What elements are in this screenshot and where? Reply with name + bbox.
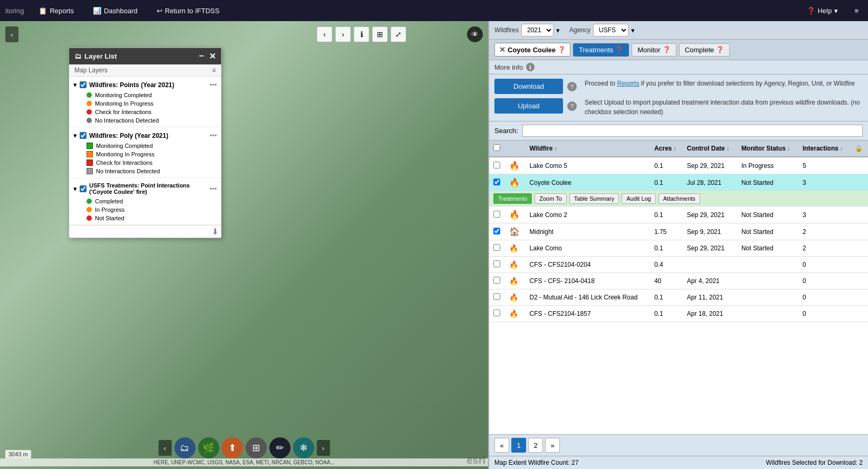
nav-dashboard[interactable]: 📊 Dashboard	[89, 0, 142, 21]
row-wildfire-name: Midnight	[526, 223, 650, 240]
row-checkbox[interactable]	[493, 211, 500, 218]
row-wildfire-name: Lake Como	[526, 240, 650, 257]
page-next-btn[interactable]: »	[545, 438, 560, 453]
row-acres: 0.1	[650, 174, 683, 191]
row-interactions: 0	[798, 273, 851, 289]
download-help-icon[interactable]: ?	[567, 82, 577, 91]
tab-treatments-help-icon[interactable]: ❓	[615, 46, 623, 53]
row-fire-icon: 🔥	[509, 210, 520, 219]
map-bottom-btn-grid[interactable]: ⊞	[245, 437, 266, 458]
map-bottom-btn-layers[interactable]: 🗂	[174, 437, 195, 458]
layer-group-menu-points[interactable]: •••	[209, 81, 217, 89]
row-extra	[851, 289, 868, 306]
layer-panel-minimize-btn[interactable]: −	[199, 51, 204, 61]
layer-group-label-poly: Wildfires: Poly (Year 2021)	[89, 132, 207, 139]
filter-icon: ≡	[212, 67, 216, 74]
map-bottom-btn-upload[interactable]: ⬆	[222, 437, 243, 458]
layer-group-menu-poly[interactable]: •••	[209, 132, 217, 139]
tab-complete-help-icon[interactable]: ❓	[716, 46, 724, 53]
map-info-btn[interactable]: ℹ	[354, 26, 369, 42]
legend-poly-monitoring-progress: Monitoring In Progress	[82, 150, 221, 158]
row-checkbox[interactable]	[493, 277, 500, 284]
map-bottom-arrow-right[interactable]: ›	[317, 440, 330, 456]
legend-no-interactions: No Interactions Detected	[82, 116, 221, 125]
row-fire-icon-cell: 🔥	[505, 257, 526, 273]
legend-square-green	[87, 143, 93, 149]
row-checkbox[interactable]	[493, 309, 500, 316]
action-desc: Proceed to Reports if you prefer to filt…	[585, 79, 863, 117]
row-checkbox[interactable]	[493, 260, 500, 267]
map-arrow-left-btn[interactable]: ‹	[317, 26, 332, 42]
page-1-btn[interactable]: 1	[511, 438, 526, 453]
agency-select[interactable]: USFS	[593, 24, 628, 36]
th-control-date[interactable]: Control Date ↕	[683, 140, 737, 157]
coulee-tag-help-icon[interactable]: ❓	[558, 46, 566, 53]
bottom-status: Map Extent Wildfire Count: 27 Wildfires …	[489, 456, 868, 469]
map-eye-btn[interactable]: 👁	[467, 26, 483, 42]
legend-dot-not-started	[87, 215, 92, 221]
monitor-status-sort-icon[interactable]: ↕	[787, 146, 790, 152]
page-2-btn[interactable]: 2	[528, 438, 543, 453]
nav-reports[interactable]: 📋 Reports	[34, 0, 78, 21]
tab-monitor[interactable]: Monitor ❓	[632, 43, 676, 57]
reports-link[interactable]: Reports	[617, 80, 639, 87]
wildfire-sort-icon[interactable]: ↕	[555, 146, 557, 152]
map-bottom-arrow-left[interactable]: ‹	[158, 440, 171, 456]
nav-menu[interactable]: ≡	[850, 7, 863, 15]
row-checkbox[interactable]	[493, 293, 500, 300]
map-bottom-btn-edit[interactable]: ✏	[269, 437, 290, 458]
map-arrow-left[interactable]: ‹	[5, 26, 18, 42]
layer-group-checkbox-poly[interactable]	[80, 132, 87, 139]
upload-button[interactable]: Upload	[494, 98, 563, 114]
download-button[interactable]: Download	[494, 79, 563, 94]
row-extra	[851, 240, 868, 257]
row-checkbox[interactable]	[493, 228, 500, 234]
page-prev-btn[interactable]: «	[494, 438, 509, 453]
nav-return[interactable]: ↩ Return to IFTDSS	[152, 0, 224, 21]
acres-sort-icon[interactable]: ↕	[674, 146, 676, 152]
row-checkbox-cell	[489, 306, 505, 322]
tab-treatments[interactable]: Treatments ❓	[573, 43, 629, 57]
map-bottom-btn-trees[interactable]: 🌿	[198, 437, 219, 458]
map-layers-btn[interactable]: ⊞	[372, 26, 388, 42]
th-monitor-status[interactable]: Monitor Status ↕	[737, 140, 798, 157]
nav-help[interactable]: ❓ Help ▾	[803, 7, 843, 15]
row-control-date: Sep 29, 2021	[683, 207, 737, 223]
map-nav-arrows: ‹	[5, 26, 18, 42]
action-btn-audit-log[interactable]: Audit Log	[622, 193, 655, 204]
row-checkbox[interactable]	[493, 244, 500, 251]
legend-label-no-interactions: No Interactions Detected	[95, 117, 159, 124]
interactions-sort-icon[interactable]: ↕	[840, 146, 843, 152]
layer-panel-close-btn[interactable]: ✕	[209, 51, 216, 61]
row-acres: 0.4	[650, 257, 683, 273]
tab-complete[interactable]: Complete ❓	[679, 43, 730, 57]
upload-help-icon[interactable]: ?	[567, 101, 577, 111]
layer-group-menu-treatments[interactable]: •••	[209, 185, 217, 193]
coulee-tag-x-icon[interactable]: ✕	[499, 45, 505, 54]
action-btn-table-summary[interactable]: Table Summary	[569, 193, 619, 204]
map-expand-btn[interactable]: ⤢	[390, 26, 406, 42]
map-arrow-right-btn[interactable]: ›	[335, 26, 351, 42]
map-bottom-btn-snow[interactable]: ❄	[293, 437, 314, 458]
control-date-sort-icon[interactable]: ↕	[727, 146, 729, 152]
th-wildfire[interactable]: Wildfire ↕	[526, 140, 650, 157]
action-buttons: Download ? Upload ?	[494, 79, 577, 114]
action-btn-treatments[interactable]: Treatments	[493, 193, 532, 204]
row-checkbox[interactable]	[493, 162, 500, 168]
th-interactions[interactable]: Interactions ↕	[798, 140, 851, 157]
row-fire-icon-cell: 🔥	[505, 273, 526, 289]
layer-group-checkbox-points[interactable]	[80, 81, 87, 88]
upload-label: Upload	[518, 102, 539, 110]
tab-monitor-help-icon[interactable]: ❓	[663, 46, 671, 53]
search-input[interactable]	[522, 125, 863, 137]
more-info-icon[interactable]: ℹ	[526, 63, 535, 71]
action-btn-zoom-to[interactable]: Zoom To	[535, 193, 567, 204]
action-btn-attachments[interactable]: Attachments	[659, 193, 700, 204]
select-all-checkbox[interactable]	[493, 144, 500, 151]
row-checkbox-cell	[489, 223, 505, 240]
row-checkbox[interactable]	[493, 179, 500, 185]
year-select[interactable]: 2021	[521, 24, 554, 36]
th-acres[interactable]: Acres ↕	[650, 140, 683, 157]
layer-group-checkbox-treatments[interactable]	[80, 185, 87, 192]
row-extra	[851, 207, 868, 223]
